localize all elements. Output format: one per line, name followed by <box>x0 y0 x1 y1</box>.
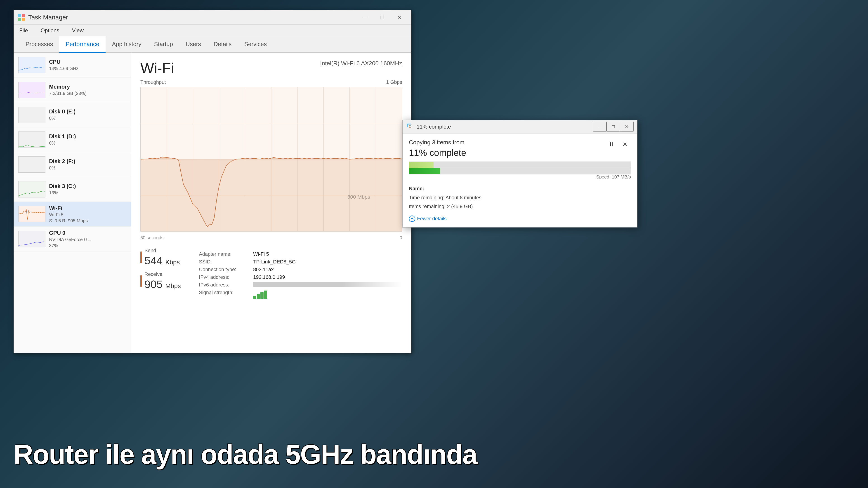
dialog-maximize-button[interactable]: □ <box>607 122 620 132</box>
title-bar: Task Manager — □ ✕ <box>14 10 411 25</box>
disk2-info: Disk 2 (F:) 0% <box>49 158 127 170</box>
progress-bar-top <box>409 162 434 168</box>
disk3-info: Disk 3 (C:) 13% <box>49 183 127 195</box>
items-remaining-value: 2 (45.9 GB) <box>447 203 473 209</box>
chart-label-max: 1 Gbps <box>386 79 402 85</box>
copy-dialog: 📋 11% complete — □ ✕ Copying 3 items fro… <box>402 120 638 228</box>
tab-startup[interactable]: Startup <box>148 36 179 53</box>
ipv6-label: IPv6 address: <box>199 282 249 288</box>
progress-bar-bottom <box>409 168 440 174</box>
wifi-detail: Wi-Fi 5 <box>49 212 127 217</box>
chart-svg: 300 Mbps <box>141 87 402 231</box>
percent-text: 11% complete <box>409 148 466 158</box>
ssid-label: SSID: <box>199 259 249 265</box>
details-grid: Adapter name: Wi-Fi 5 SSID: TP-Link_DED8… <box>199 251 402 300</box>
menu-view[interactable]: View <box>70 26 86 35</box>
sidebar-item-wifi[interactable]: Wi-Fi Wi-Fi 5 S: 0.5 R: 905 Mbps <box>14 202 131 227</box>
svg-marker-25 <box>141 157 402 231</box>
signal-bars-icon <box>253 290 271 299</box>
chevron-up-icon <box>409 216 415 222</box>
svg-rect-6 <box>19 107 45 123</box>
gpu-thumbnail <box>18 231 45 247</box>
pause-button[interactable]: ⏸ <box>606 139 617 150</box>
receive-indicator <box>141 275 142 287</box>
fewer-details-button[interactable]: Fewer details <box>409 216 631 222</box>
dialog-title: 11% complete <box>416 124 593 130</box>
tab-services[interactable]: Services <box>238 36 273 53</box>
svg-rect-26 <box>253 296 256 299</box>
svg-rect-2 <box>18 18 21 21</box>
memory-thumbnail <box>18 82 45 98</box>
sidebar-item-disk0[interactable]: Disk 0 (E:) 0% <box>14 102 131 127</box>
send-unit: Kbps <box>165 259 180 266</box>
dialog-minimize-button[interactable]: — <box>593 122 607 132</box>
sidebar-item-disk3[interactable]: Disk 3 (C:) 13% <box>14 177 131 202</box>
cpu-thumbnail <box>18 57 45 73</box>
tab-details[interactable]: Details <box>207 36 238 53</box>
cpu-detail: 14% 4.69 GHz <box>49 66 127 71</box>
svg-rect-7 <box>19 132 45 148</box>
sidebar-item-memory[interactable]: Memory 7.2/31.9 GB (23%) <box>14 77 131 102</box>
adapter-name-label: Adapter name: <box>199 251 249 257</box>
wifi-thumbnail <box>18 206 45 222</box>
time-remaining-label: Time remaining: <box>409 195 444 200</box>
sidebar-item-gpu[interactable]: GPU 0 NVIDIA GeForce G... 37% <box>14 227 131 252</box>
ipv4-value: 192.168.0.199 <box>253 274 402 280</box>
menu-file[interactable]: File <box>18 26 30 35</box>
cancel-copy-button[interactable]: ✕ <box>619 139 631 150</box>
ipv6-value <box>253 282 402 287</box>
window-controls: — □ ✕ <box>357 12 408 23</box>
receive-value: 905 <box>145 278 162 290</box>
close-button[interactable]: ✕ <box>391 12 408 23</box>
wifi-name: Wi-Fi <box>49 205 127 211</box>
chart-time-row: 60 seconds 0 <box>141 235 402 240</box>
app-icon <box>18 13 26 22</box>
send-receive-section: Send 544 Kbps Receive <box>141 248 181 291</box>
throughput-chart: 300 Mbps <box>141 87 402 232</box>
dialog-controls: ⏸ ✕ <box>606 139 631 150</box>
copying-text: Copying 3 items from <box>409 139 466 146</box>
send-value: 544 <box>145 255 162 267</box>
subtitle-text: Router ile aynı odada 5GHz bandında <box>13 439 477 470</box>
items-remaining-label: Items remaining: <box>409 203 446 209</box>
chart-labels: Throughput 1 Gbps <box>141 79 402 85</box>
menu-options[interactable]: Options <box>39 26 61 35</box>
maximize-button[interactable]: □ <box>374 12 391 23</box>
progress-container <box>409 162 631 174</box>
connection-type-value: 802.11ax <box>253 267 402 272</box>
svg-rect-4 <box>19 57 45 73</box>
ipv4-label: IPv4 address: <box>199 274 249 280</box>
disk1-name: Disk 1 (D:) <box>49 133 127 140</box>
svg-rect-0 <box>18 14 21 17</box>
disk3-name: Disk 3 (C:) <box>49 183 127 189</box>
svg-rect-9 <box>19 182 45 197</box>
tab-processes[interactable]: Processes <box>19 36 59 53</box>
fewer-details-label: Fewer details <box>417 216 447 222</box>
tab-performance[interactable]: Performance <box>59 36 105 53</box>
disk0-thumbnail <box>18 107 45 123</box>
tab-app-history[interactable]: App history <box>105 36 148 53</box>
task-manager-window: Task Manager — □ ✕ File Options View Pro… <box>13 10 411 353</box>
svg-text:📋: 📋 <box>409 125 412 128</box>
chart-time-right: 0 <box>400 235 402 240</box>
send-indicator <box>141 252 142 263</box>
svg-rect-1 <box>22 14 25 17</box>
tab-users[interactable]: Users <box>179 36 207 53</box>
sidebar-item-disk2[interactable]: Disk 2 (F:) 0% <box>14 152 131 177</box>
svg-rect-11 <box>19 231 45 247</box>
svg-rect-29 <box>264 291 267 299</box>
ssid-value: TP-Link_DED8_5G <box>253 259 402 265</box>
minimize-button[interactable]: — <box>357 12 373 23</box>
tabs-bar: Processes Performance App history Startu… <box>14 36 411 53</box>
speed-label: Speed: 107 MB/s <box>409 174 631 180</box>
svg-rect-5 <box>19 82 45 98</box>
sidebar-item-cpu[interactable]: CPU 14% 4.69 GHz <box>14 53 131 77</box>
wifi-detail2: S: 0.5 R: 905 Mbps <box>49 218 127 223</box>
memory-info: Memory 7.2/31.9 GB (23%) <box>49 84 127 96</box>
svg-rect-10 <box>19 206 45 222</box>
sidebar-item-disk1[interactable]: Disk 1 (D:) 0% <box>14 127 131 152</box>
disk3-thumbnail <box>18 181 45 197</box>
gpu-name: GPU 0 <box>49 230 127 236</box>
dialog-close-button[interactable]: ✕ <box>620 122 633 132</box>
disk0-info: Disk 0 (E:) 0% <box>49 108 127 121</box>
